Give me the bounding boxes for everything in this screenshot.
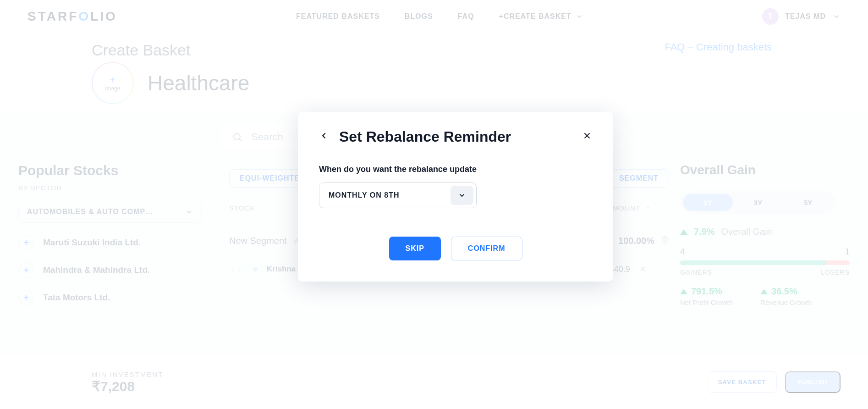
modal-subtitle: When do you want the rebalance update — [319, 165, 592, 174]
confirm-button[interactable]: CONFIRM — [451, 237, 522, 260]
frequency-select[interactable]: MONTHLY ON 8TH — [319, 182, 477, 208]
skip-button[interactable]: SKIP — [389, 237, 441, 260]
rebalance-reminder-modal: Set Rebalance Reminder When do you want … — [298, 112, 613, 282]
chevron-down-icon[interactable] — [450, 186, 473, 205]
close-icon[interactable] — [582, 130, 592, 144]
frequency-value: MONTHLY ON 8TH — [319, 191, 450, 199]
modal-title: Set Rebalance Reminder — [339, 128, 511, 145]
back-icon[interactable] — [319, 130, 329, 144]
